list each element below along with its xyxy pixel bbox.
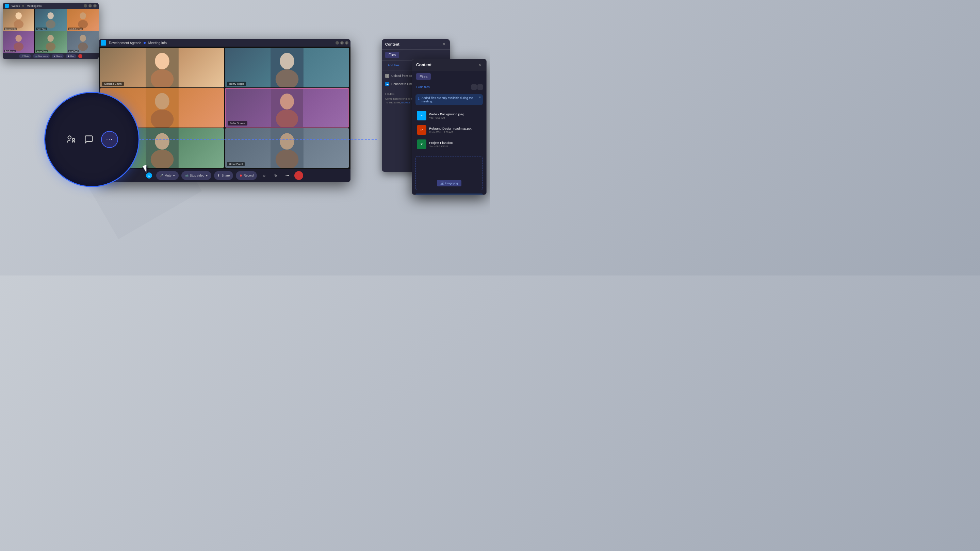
- svg-point-8: [48, 35, 54, 42]
- large-video-cell-4: Sofia Gomez: [225, 88, 349, 127]
- large-end-btn[interactable]: [294, 171, 303, 180]
- title-dot: [22, 5, 24, 7]
- upload-icon: ↑: [385, 74, 389, 78]
- drop-thumbnail-label: image.png: [445, 182, 458, 185]
- small-video-btn[interactable]: 📹 Stop video: [33, 54, 50, 58]
- video-cell-5: Marise Torres: [35, 31, 66, 53]
- small-meeting-info[interactable]: Meeting info: [27, 5, 42, 8]
- file-meta-3: You · 08/28/2021: [429, 145, 482, 148]
- file-item-2[interactable]: P Rebrand Design roadmap.ppt Kevin Woo ·…: [415, 123, 483, 137]
- small-titlebar: Webex Meeting info ─ □ ×: [3, 3, 99, 9]
- cell-label-1: Clarissa Smith: [4, 27, 17, 30]
- small-add-files-btn[interactable]: + Add files: [385, 64, 399, 67]
- person-silhouette-5: [40, 33, 62, 51]
- large-more-btn[interactable]: •••: [283, 171, 292, 180]
- mute-chevron: ▼: [173, 175, 175, 177]
- file-info-2: Rebrand Design roadmap.ppt Kevin Woo · 9…: [429, 127, 482, 134]
- circular-menu-inner: ···: [66, 131, 118, 148]
- svg-point-30: [280, 133, 294, 150]
- large-cell-label-2: Henry Riggs: [227, 82, 246, 86]
- small-record-label: Rec: [70, 55, 74, 57]
- reactions-icon: ☺: [262, 174, 266, 178]
- large-mute-label: Mute: [165, 174, 172, 177]
- small-panel-header: Content ×: [382, 39, 450, 50]
- large-reactions-btn[interactable]: ☺: [259, 171, 269, 180]
- large-mute-btn[interactable]: 🎤 Mute ▼: [156, 171, 179, 180]
- large-sync-btn[interactable]: ↻: [271, 171, 280, 180]
- minimize-btn[interactable]: ─: [84, 4, 87, 8]
- file-name-3: Project Plan.doc: [429, 141, 482, 144]
- file-name-2: Rebrand Design roadmap.ppt: [429, 127, 482, 130]
- large-video-cell-2: Henry Riggs: [225, 48, 349, 87]
- large-tab-files[interactable]: Files: [416, 73, 431, 80]
- files-browse-link[interactable]: browse: [401, 101, 410, 104]
- webex-logo-small: [5, 4, 9, 8]
- chat-btn[interactable]: [83, 134, 94, 145]
- large-minimize-btn[interactable]: ─: [336, 41, 339, 44]
- file-item-3[interactable]: X Project Plan.doc You · 08/28/2021: [415, 137, 483, 151]
- large-panel-title: Content: [416, 63, 431, 67]
- file-info-1: Webex Background.jpeg You · 9:00 AM: [429, 112, 482, 119]
- svg-point-4: [80, 13, 86, 20]
- large-cell-label-1: Clarissa Smith: [102, 82, 124, 86]
- svg-point-6: [15, 35, 22, 42]
- large-maximize-btn[interactable]: □: [340, 41, 344, 44]
- cell-label-4: Sofia Gomez: [4, 50, 16, 52]
- svg-point-27: [155, 133, 169, 150]
- more-options-btn[interactable]: ···: [101, 131, 118, 148]
- file-icon-xlsx: X: [417, 140, 426, 149]
- large-share-label: Share: [221, 174, 230, 177]
- small-end-btn[interactable]: [78, 54, 82, 58]
- small-panel-title: Content: [385, 42, 399, 46]
- video-icon-small: 📹: [35, 55, 37, 57]
- small-mute-btn[interactable]: 🎤 Mute: [19, 54, 30, 58]
- info-banner-text: Added files are only available during th…: [422, 96, 480, 103]
- small-share-btn[interactable]: ⬆ Share: [52, 54, 64, 58]
- large-add-files: + Add files: [412, 82, 486, 92]
- video-cell-4: Sofia Gomez: [3, 31, 34, 53]
- maximize-btn[interactable]: □: [89, 4, 92, 8]
- large-close-btn[interactable]: ×: [345, 41, 348, 44]
- svg-point-17: [280, 53, 294, 69]
- large-record-btn[interactable]: ⏺ Record: [236, 171, 257, 180]
- small-app-title: Webex: [11, 5, 20, 8]
- large-webex-window: Development Agenda Meeting info ─ □ × Cl…: [99, 39, 350, 182]
- large-app-title: Development Agenda: [109, 41, 142, 45]
- large-list-view-btn[interactable]: [477, 84, 483, 90]
- info-banner: ℹ Added files are only available during …: [415, 94, 483, 105]
- close-btn[interactable]: ×: [93, 4, 97, 8]
- file-item-1[interactable]: ~ Webex Background.jpeg You · 9:00 AM: [415, 108, 483, 123]
- large-cell-label-6: Umar Patel: [227, 162, 245, 166]
- file-list: ~ Webex Background.jpeg You · 9:00 AM P …: [412, 107, 486, 153]
- content-panel-large: Content × Files + Add files ℹ Added file…: [412, 59, 487, 195]
- large-share-btn[interactable]: ⬆ Share: [214, 171, 233, 180]
- small-webex-window: Webex Meeting info ─ □ × Clarissa Smith: [3, 3, 99, 59]
- more-icon: •••: [285, 174, 289, 178]
- large-meeting-info[interactable]: Meeting info: [148, 41, 167, 45]
- person-silhouette-4: [8, 33, 30, 51]
- record-icon-large: ⏺: [239, 174, 242, 177]
- participants-list-btn[interactable]: [66, 134, 76, 145]
- file-info-3: Project Plan.doc You · 08/28/2021: [429, 141, 482, 148]
- drop-footer: ℹ To add a file, drop it here.: [415, 194, 483, 195]
- large-cell-label-4: Sofia Gomez: [228, 121, 247, 125]
- large-add-files-icons: [471, 84, 483, 90]
- large-video-btn[interactable]: 📹 Stop video ▼: [181, 171, 211, 180]
- large-add-files-btn[interactable]: + Add files: [415, 86, 430, 89]
- drop-zone[interactable]: 🖼 image.png: [415, 156, 483, 190]
- large-grid-view-btn[interactable]: [471, 84, 477, 90]
- svg-point-20: [155, 93, 169, 110]
- large-panel-close-btn[interactable]: ×: [477, 63, 482, 67]
- small-panel-close-btn[interactable]: ×: [442, 42, 447, 47]
- thumbnail-icon: 🖼: [440, 181, 444, 185]
- small-tab-files[interactable]: Files: [385, 52, 399, 58]
- small-mute-label: Mute: [24, 55, 29, 57]
- video-cell-6: Umar Patel: [67, 31, 99, 53]
- svg-point-14: [155, 53, 169, 69]
- person-silhouette-6: [72, 33, 94, 51]
- file-name-1: Webex Background.jpeg: [429, 112, 482, 116]
- video-icon-large: 📹: [185, 174, 189, 177]
- small-record-btn[interactable]: ⏺ Rec: [66, 54, 76, 58]
- person-silhouette-3: [72, 11, 94, 29]
- info-banner-close[interactable]: ×: [479, 95, 481, 99]
